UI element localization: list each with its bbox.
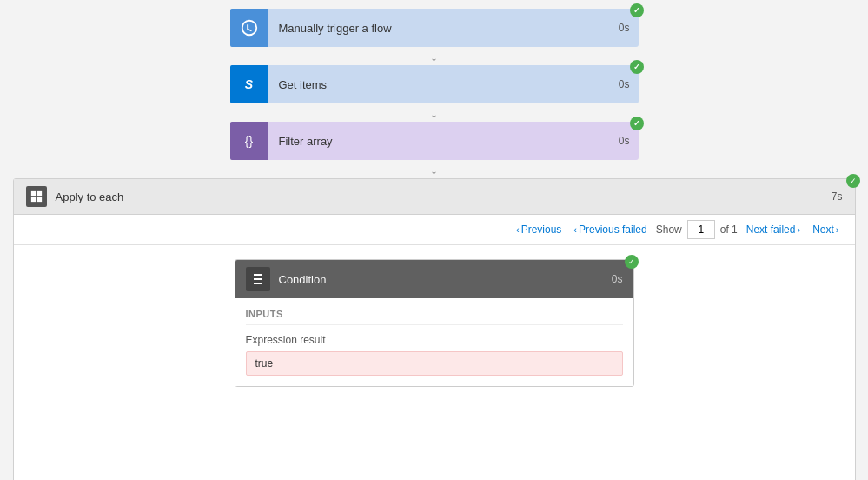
- condition-header: Condition 0s: [235, 260, 633, 298]
- prev-chevron-icon: ‹: [516, 224, 520, 235]
- arrow-2: ↓: [230, 103, 639, 122]
- apply-header: Apply to each 7s ✓: [14, 179, 855, 215]
- step-getitems[interactable]: S Get items 0s ✓: [230, 65, 639, 103]
- step-card-getitems[interactable]: S Get items 0s ✓: [230, 65, 639, 103]
- next-label: Next: [812, 223, 834, 236]
- expression-result-label: Expression result: [246, 334, 623, 346]
- previous-label: Previous: [521, 223, 562, 236]
- inputs-label: INPUTS: [246, 309, 623, 325]
- filter-icon: {}: [230, 122, 268, 160]
- trigger-icon: [230, 9, 268, 47]
- getitems-label: Get items: [268, 78, 610, 91]
- getitems-duration: 0s: [610, 78, 639, 90]
- apply-check: ✓: [846, 174, 860, 188]
- filter-duration: 0s: [610, 135, 639, 147]
- svg-rect-1: [36, 191, 41, 196]
- apply-header-left: Apply to each: [26, 186, 124, 207]
- next-failed-chevron-icon: ›: [797, 224, 800, 235]
- condition-body: INPUTS Expression result true: [235, 298, 633, 386]
- svg-rect-5: [254, 278, 262, 280]
- getitems-check: ✓: [630, 60, 644, 74]
- apply-to-each-container: Apply to each 7s ✓ ‹ Previous ‹ Previous…: [13, 178, 856, 480]
- svg-rect-3: [36, 197, 41, 202]
- arrow-1: ↓: [230, 47, 639, 65]
- condition-check: ✓: [625, 255, 639, 269]
- expression-value: true: [246, 351, 623, 376]
- svg-rect-2: [30, 197, 35, 202]
- of-label: of 1: [720, 223, 738, 236]
- step-card-filter[interactable]: {} Filter array 0s ✓: [230, 122, 639, 160]
- svg-rect-4: [254, 274, 262, 276]
- apply-icon: [26, 186, 47, 207]
- next-button[interactable]: Next ›: [809, 222, 842, 237]
- trigger-duration: 0s: [610, 22, 639, 34]
- apply-title: Apply to each: [56, 190, 124, 203]
- prev-failed-chevron-icon: ‹: [573, 224, 577, 235]
- page-input[interactable]: [687, 220, 715, 239]
- step-filter[interactable]: {} Filter array 0s ✓: [230, 122, 639, 160]
- arrow-3: ↓: [230, 160, 639, 178]
- next-failed-button[interactable]: Next failed ›: [743, 222, 804, 237]
- filter-label: Filter array: [268, 135, 610, 148]
- main-canvas: Manually trigger a flow 0s ✓ ↓ S Get ite…: [0, 0, 868, 480]
- step-card-trigger[interactable]: Manually trigger a flow 0s ✓: [230, 9, 639, 47]
- apply-duration: 7s: [832, 190, 843, 203]
- condition-duration: 0s: [612, 273, 623, 285]
- sharepoint-icon: S: [230, 65, 268, 103]
- condition-icon: [246, 267, 270, 291]
- apply-content: Condition 0s ✓ INPUTS Expression result …: [14, 245, 855, 480]
- trigger-check: ✓: [630, 3, 644, 17]
- filter-check: ✓: [630, 117, 644, 130]
- condition-title: Condition: [279, 273, 327, 286]
- next-failed-label: Next failed: [746, 223, 796, 236]
- condition-card[interactable]: Condition 0s ✓ INPUTS Expression result …: [235, 259, 634, 387]
- previous-button[interactable]: ‹ Previous: [513, 222, 565, 237]
- previous-failed-label: Previous failed: [579, 223, 647, 236]
- step-trigger[interactable]: Manually trigger a flow 0s ✓: [230, 9, 639, 47]
- svg-rect-6: [254, 283, 262, 284]
- pagination-bar: ‹ Previous ‹ Previous failed Show of 1 N…: [14, 215, 855, 245]
- next-chevron-icon: ›: [836, 224, 839, 235]
- previous-failed-button[interactable]: ‹ Previous failed: [570, 222, 650, 237]
- svg-rect-0: [30, 191, 35, 196]
- trigger-label: Manually trigger a flow: [268, 22, 610, 35]
- show-label: Show: [656, 223, 682, 236]
